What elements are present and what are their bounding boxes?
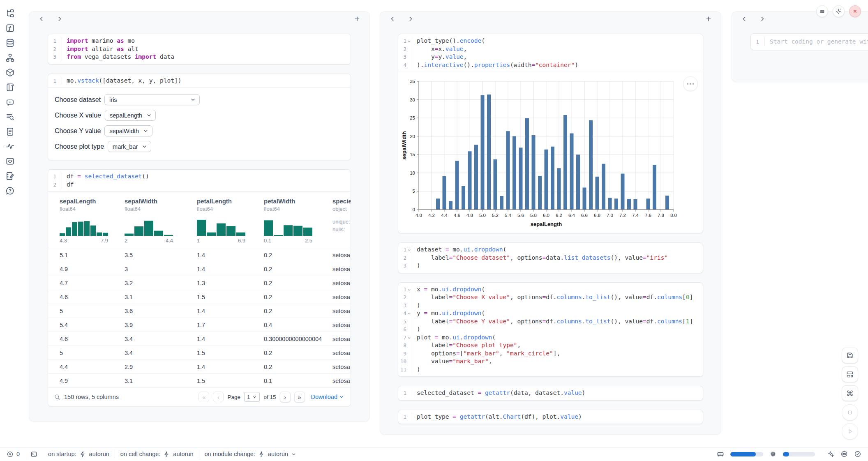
dependency-graph-icon[interactable] xyxy=(5,53,15,62)
connection-status-icon[interactable] xyxy=(854,450,861,458)
column-header-petalWidth[interactable]: petalWidth float64 0.12.5 xyxy=(264,198,332,248)
documentation-icon[interactable] xyxy=(5,127,15,136)
lightning-bolt-icon xyxy=(163,451,170,458)
table-cell: 3 xyxy=(125,266,197,272)
code-editor-dataset[interactable]: 1dataset = mo.ui.dropdown(2 label="Choos… xyxy=(398,243,703,273)
code-editor-imports[interactable]: 1import marimo as mo2import altair as al… xyxy=(48,34,351,64)
table-row[interactable]: 4.63.41.40.3000000000000004setosa xyxy=(48,332,351,346)
runtime-config-1[interactable]: on cell change:autorun xyxy=(115,451,199,458)
shutdown-close-button[interactable] xyxy=(849,5,861,17)
functions-icon[interactable] xyxy=(5,23,15,33)
tracing-icon[interactable] xyxy=(5,142,15,151)
search-icon[interactable] xyxy=(54,394,60,400)
code-line: 1df = selected_dataset() xyxy=(48,173,351,181)
plot-type-select[interactable]: mark_bar xyxy=(108,141,151,152)
first-page-button[interactable]: « xyxy=(199,392,209,402)
keyboard-shortcuts-button[interactable] xyxy=(842,385,858,401)
column-header-sepalWidth[interactable]: sepalWidth float64 24.4 xyxy=(125,198,197,248)
packages-icon[interactable] xyxy=(5,68,15,77)
svg-text:7.6: 7.6 xyxy=(645,213,651,218)
add-column-button[interactable] xyxy=(354,16,360,22)
svg-text:7.2: 7.2 xyxy=(619,213,626,218)
code-line: 9 options=["mark_bar", "mark_circle"], xyxy=(398,350,703,358)
table-cell: 4.9 xyxy=(60,378,125,384)
download-button[interactable]: Download xyxy=(311,394,344,400)
table-row[interactable]: 4.931.40.2setosa xyxy=(48,262,351,276)
scratchpad-icon[interactable] xyxy=(5,171,15,181)
column-move-left-button[interactable] xyxy=(38,16,45,22)
snippets-icon[interactable] xyxy=(5,157,15,166)
code-editor-dataframe[interactable]: 1df = selected_dataset()2df xyxy=(48,170,351,191)
terminal-button[interactable] xyxy=(25,451,43,458)
svg-text:25: 25 xyxy=(410,115,415,120)
copilot-icon[interactable] xyxy=(840,450,848,458)
chat-bot-icon[interactable] xyxy=(5,97,15,107)
table-cell: setosa xyxy=(332,336,351,342)
layout-toggle-button[interactable] xyxy=(842,366,858,382)
altair-bar-chart[interactable]: 4.04.24.44.64.85.05.25.45.65.86.06.26.46… xyxy=(401,76,703,231)
table-header: sepalLength float64 4.37.9 sepalWidth fl… xyxy=(48,192,351,248)
file-tree-icon[interactable] xyxy=(5,9,15,18)
svg-text:0: 0 xyxy=(413,207,415,212)
next-page-button[interactable]: › xyxy=(280,392,291,402)
last-page-button[interactable]: » xyxy=(294,392,305,402)
column-header xyxy=(380,12,721,26)
column-move-right-button[interactable] xyxy=(56,16,63,22)
table-row[interactable]: 4.73.21.30.2setosa xyxy=(48,276,351,290)
settings-gear-button[interactable] xyxy=(833,5,845,17)
notebook-menu-button[interactable] xyxy=(816,5,828,17)
empty-code-editor[interactable]: 1 Start coding or generate with AI xyxy=(751,34,868,50)
table-row[interactable]: 5.43.91.70.4setosa xyxy=(48,318,351,332)
cell-selected-dataset: 1selected_dataset = getattr(data, datase… xyxy=(398,386,703,401)
svg-text:6.6: 6.6 xyxy=(581,213,588,218)
table-cell: 3.4 xyxy=(125,350,197,356)
control-label: Choose dataset xyxy=(55,96,101,104)
stop-execution-button[interactable] xyxy=(842,404,858,421)
x-value-select[interactable]: sepalLength xyxy=(105,110,156,121)
run-cells-button[interactable] xyxy=(842,423,858,440)
code-editor-plot-type[interactable]: 1plot_type = getattr(alt.Chart(df), plot… xyxy=(398,410,703,424)
code-editor-selected-dataset[interactable]: 1selected_dataset = getattr(data, datase… xyxy=(398,386,703,400)
code-line: 1selected_dataset = getattr(data, datase… xyxy=(398,389,703,397)
search-list-icon[interactable] xyxy=(5,112,15,122)
code-editor-vstack[interactable]: 1mo.vstack([dataset, x, y, plot]) xyxy=(48,74,351,88)
table-row[interactable]: 4.63.11.50.2setosa xyxy=(48,290,351,304)
column-move-right-button[interactable] xyxy=(407,16,414,22)
svg-text:sepalWidth: sepalWidth xyxy=(401,131,407,159)
column-move-left-button[interactable] xyxy=(741,16,748,22)
chart-actions-button[interactable] xyxy=(683,76,698,91)
runtime-config-2[interactable]: on module change:autorun xyxy=(199,451,302,458)
code-editor-chart[interactable]: 1plot_type().encode(2 x=x.value,3 y=y.va… xyxy=(398,34,703,72)
chevron-down-icon xyxy=(252,395,257,399)
cell-chart: 1plot_type().encode(2 x=x.value,3 y=y.va… xyxy=(398,34,703,233)
y-value-select[interactable]: sepalWidth xyxy=(104,125,152,136)
logs-icon[interactable] xyxy=(5,83,15,92)
table-row[interactable]: 4.93.11.50.1setosa xyxy=(48,374,351,388)
column-move-right-button[interactable] xyxy=(759,16,766,22)
page-select[interactable]: 1 xyxy=(244,392,260,402)
column-header-sepalLength[interactable]: sepalLength float64 4.37.9 xyxy=(60,198,125,248)
database-icon[interactable] xyxy=(5,38,15,48)
help-icon[interactable] xyxy=(5,186,15,196)
table-row[interactable]: 53.61.40.2setosa xyxy=(48,304,351,318)
previous-page-button[interactable]: ‹ xyxy=(213,392,224,402)
save-notebook-button[interactable] xyxy=(842,348,858,363)
table-row[interactable]: 5.13.51.40.2setosa xyxy=(48,248,351,262)
chart-svg[interactable]: 4.04.24.44.64.85.05.25.45.65.86.06.26.46… xyxy=(401,76,700,229)
runtime-config-0[interactable]: on startup:autorun xyxy=(43,451,115,458)
generate-with-ai-link[interactable]: generate xyxy=(827,38,856,45)
code-editor-xyplot[interactable]: 1x = mo.ui.dropdown(2 label="Choose X va… xyxy=(398,283,703,377)
column-move-left-button[interactable] xyxy=(389,16,396,22)
chevron-down-icon xyxy=(146,113,152,118)
table-cell: 0.2 xyxy=(264,364,332,370)
table-row[interactable]: 53.41.50.2setosa xyxy=(48,346,351,360)
column-header-species[interactable]: species object unique:nulls: xyxy=(332,198,351,248)
chevron-down-icon xyxy=(190,97,196,102)
table-cell: 1.4 xyxy=(197,336,264,342)
column-header-petalLength[interactable]: petalLength float64 16.9 xyxy=(197,198,264,248)
errors-indicator[interactable]: 0 xyxy=(7,451,25,458)
dataset-select[interactable]: iris xyxy=(104,94,200,105)
add-column-button[interactable] xyxy=(705,16,712,22)
ai-sparkles-icon[interactable] xyxy=(827,450,834,458)
table-row[interactable]: 4.42.91.40.2setosa xyxy=(48,360,351,374)
